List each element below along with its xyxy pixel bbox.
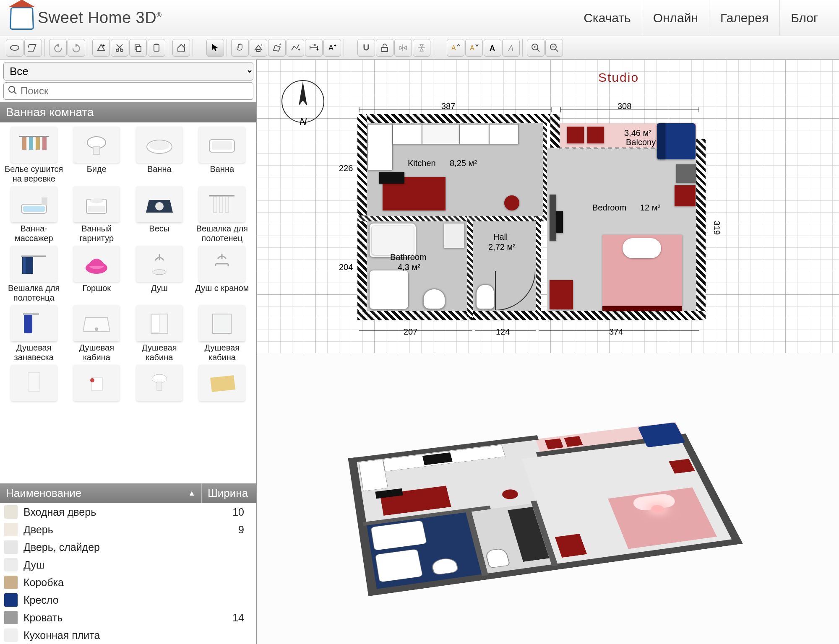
catalog-item[interactable]: Ванный гарнитур bbox=[66, 186, 127, 243]
catalog-item[interactable] bbox=[66, 365, 127, 402]
nav-online[interactable]: Онлайн bbox=[642, 0, 709, 36]
zoom-out-button[interactable] bbox=[545, 39, 563, 57]
svg-point-54 bbox=[155, 202, 164, 210]
catalog-item[interactable]: Душевая кабина bbox=[129, 305, 190, 362]
paste-button[interactable] bbox=[148, 39, 165, 57]
app-title: Sweet Home 3D bbox=[38, 9, 156, 26]
svg-rect-39 bbox=[29, 137, 33, 150]
catalog-item[interactable]: Ванна bbox=[129, 127, 190, 184]
search-input[interactable] bbox=[3, 82, 253, 100]
catalog-item[interactable]: Ванна bbox=[191, 127, 253, 184]
dim-bottom-right: 374 bbox=[609, 327, 623, 337]
svg-rect-81 bbox=[157, 382, 162, 390]
main-nav: Скачать Онлайн Галерея Блог bbox=[573, 0, 829, 36]
category-select[interactable]: Все bbox=[3, 62, 253, 80]
open-file-button[interactable] bbox=[24, 39, 42, 57]
plan-3d-view[interactable] bbox=[257, 353, 839, 644]
table-row[interactable]: Дверь9 bbox=[0, 521, 256, 538]
svg-text:+: + bbox=[279, 43, 281, 47]
nav-blog[interactable]: Блог bbox=[779, 0, 829, 36]
add-furniture-button[interactable]: + bbox=[92, 39, 110, 57]
redo-button[interactable] bbox=[68, 39, 85, 57]
pan-tool[interactable] bbox=[231, 39, 249, 57]
decrease-text-button[interactable]: A bbox=[465, 39, 483, 57]
compass-icon: N bbox=[278, 76, 328, 127]
registered-mark: ® bbox=[156, 11, 162, 18]
svg-rect-76 bbox=[214, 315, 230, 332]
select-tool[interactable] bbox=[206, 39, 224, 57]
furniture-table-header: Наименование▲ Ширина bbox=[0, 483, 256, 503]
catalog-label: Вешалка для полотенец bbox=[196, 224, 248, 243]
svg-point-79 bbox=[90, 378, 94, 382]
svg-rect-40 bbox=[36, 137, 40, 150]
catalog-item[interactable]: Белье сушится на веревке bbox=[3, 127, 65, 184]
app-logo[interactable]: Sweet Home 3D® bbox=[10, 6, 162, 30]
new-file-button[interactable] bbox=[6, 39, 23, 57]
flip-horizontal-button[interactable] bbox=[394, 39, 412, 57]
catalog-label: Душевая занавеска bbox=[14, 343, 54, 362]
dim-right: 319 bbox=[712, 221, 722, 235]
header-bar: Sweet Home 3D® Скачать Онлайн Галерея Бл… bbox=[0, 0, 839, 36]
catalog-item[interactable]: Горшок bbox=[66, 246, 127, 303]
sort-icon[interactable]: ▲ bbox=[188, 489, 195, 498]
floor-plan[interactable]: Kitchen 8,25 м² 3,46 м² Balcony Bedroom … bbox=[357, 97, 710, 324]
snap-button[interactable] bbox=[357, 39, 375, 57]
increase-text-button[interactable]: A bbox=[447, 39, 464, 57]
add-home-furniture-button[interactable]: + bbox=[172, 39, 190, 57]
table-row[interactable]: Кухонная плита bbox=[0, 626, 256, 644]
catalog-item[interactable]: Вешалка для полотенца bbox=[3, 246, 65, 303]
catalog-item[interactable] bbox=[3, 365, 65, 402]
create-text-tool[interactable]: A+ bbox=[323, 39, 341, 57]
table-row[interactable]: Кровать14 bbox=[0, 609, 256, 626]
table-row[interactable]: Кресло bbox=[0, 591, 256, 609]
svg-point-52 bbox=[90, 198, 103, 203]
dim-top-right: 308 bbox=[618, 101, 631, 111]
undo-button[interactable] bbox=[49, 39, 67, 57]
catalog-label: Биде bbox=[87, 164, 107, 174]
catalog-item[interactable] bbox=[191, 365, 253, 402]
catalog-item[interactable]: Душ с краном bbox=[191, 246, 253, 303]
svg-point-80 bbox=[152, 374, 167, 383]
create-walls-tool[interactable]: + bbox=[250, 39, 267, 57]
italic-text-button[interactable]: A bbox=[502, 39, 520, 57]
flip-vertical-button[interactable] bbox=[413, 39, 430, 57]
create-dimensions-tool[interactable]: 10+ bbox=[305, 39, 323, 57]
col-width-label[interactable]: Ширина bbox=[201, 483, 256, 503]
lock-base-plan-button[interactable] bbox=[376, 39, 393, 57]
svg-point-72 bbox=[95, 327, 98, 331]
nav-gallery[interactable]: Галерея bbox=[709, 0, 779, 36]
right-panel: N Studio bbox=[257, 60, 839, 644]
catalog-item[interactable]: Весы bbox=[129, 186, 190, 243]
dim-bottom-left: 207 bbox=[404, 327, 417, 337]
plan-2d-view[interactable]: N Studio bbox=[257, 60, 839, 353]
catalog-item[interactable]: Душевая кабина bbox=[66, 305, 127, 362]
svg-rect-8 bbox=[137, 47, 141, 52]
col-name-label[interactable]: Наименование bbox=[6, 487, 81, 500]
svg-rect-61 bbox=[23, 257, 26, 274]
catalog-item[interactable]: Душевая кабина bbox=[191, 305, 253, 362]
furniture-catalog: Белье сушится на веревке Биде Ванна Ванн… bbox=[0, 122, 256, 483]
table-row[interactable]: Душ bbox=[0, 556, 256, 574]
table-row[interactable]: Дверь, слайдер bbox=[0, 538, 256, 556]
bold-text-button[interactable]: A bbox=[484, 39, 501, 57]
create-polylines-tool[interactable]: + bbox=[287, 39, 304, 57]
catalog-item[interactable]: Биде bbox=[66, 127, 127, 184]
svg-point-35 bbox=[9, 86, 15, 92]
nav-download[interactable]: Скачать bbox=[573, 0, 642, 36]
svg-rect-57 bbox=[219, 197, 223, 213]
svg-rect-58 bbox=[225, 197, 229, 213]
catalog-item[interactable] bbox=[129, 365, 190, 402]
zoom-in-button[interactable] bbox=[527, 39, 545, 57]
svg-text:+: + bbox=[298, 47, 300, 52]
table-row[interactable]: Входная дверь10 bbox=[0, 503, 256, 521]
catalog-label: Весы bbox=[149, 224, 169, 233]
create-rooms-tool[interactable]: + bbox=[268, 39, 286, 57]
catalog-label: Белье сушится на веревке bbox=[5, 164, 63, 183]
table-row[interactable]: Коробка bbox=[0, 574, 256, 591]
catalog-item[interactable]: Вешалка для полотенец bbox=[191, 186, 253, 243]
catalog-item[interactable]: Ванна-массажер bbox=[3, 186, 65, 243]
catalog-item[interactable]: Душ bbox=[129, 246, 190, 303]
copy-button[interactable] bbox=[129, 39, 147, 57]
cut-button[interactable] bbox=[111, 39, 128, 57]
catalog-item[interactable]: Душевая занавеска bbox=[3, 305, 65, 362]
